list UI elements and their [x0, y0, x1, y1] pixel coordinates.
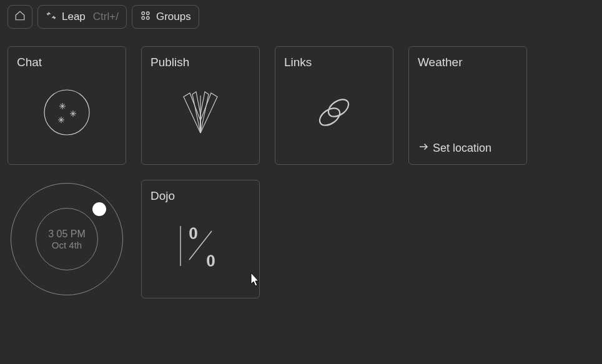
clock-inner-ring: 3 05 PM Oct 4th	[36, 208, 98, 270]
publish-tile[interactable]: Publish	[141, 46, 260, 165]
home-icon	[14, 10, 26, 24]
svg-point-2	[142, 16, 145, 19]
svg-point-4	[44, 90, 89, 135]
chat-icon	[17, 69, 117, 155]
chat-tile-title: Chat	[17, 56, 117, 69]
dojo-icon: 0 0	[150, 203, 250, 289]
toolbar: Leap Ctrl+/ Groups	[0, 0, 602, 34]
leap-label: Leap	[62, 11, 86, 23]
leap-icon	[46, 10, 57, 24]
tiles-grid: Chat Publish	[0, 34, 602, 311]
dojo-tile[interactable]: Dojo 0 0	[141, 180, 260, 298]
groups-label: Groups	[156, 11, 191, 23]
arrow-right-icon	[418, 141, 429, 155]
svg-point-3	[146, 16, 149, 19]
clock-orb	[92, 202, 106, 216]
svg-point-0	[142, 12, 145, 15]
clock-outer-ring: 3 05 PM Oct 4th	[11, 183, 123, 295]
links-tile-title: Links	[284, 56, 384, 69]
chat-tile[interactable]: Chat	[7, 46, 126, 165]
leap-shortcut-hint: Ctrl+/	[93, 11, 119, 23]
groups-button[interactable]: Groups	[132, 5, 199, 29]
publish-icon	[150, 69, 250, 155]
groups-icon	[140, 10, 151, 24]
clock-tile[interactable]: 3 05 PM Oct 4th	[7, 180, 126, 298]
home-button[interactable]	[7, 5, 32, 29]
clock-date: Oct 4th	[52, 240, 82, 250]
clock-time: 3 05 PM	[48, 229, 86, 240]
leap-button[interactable]: Leap Ctrl+/	[37, 5, 127, 29]
links-tile[interactable]: Links	[275, 46, 393, 165]
set-location-label: Set location	[433, 142, 491, 155]
weather-tile[interactable]: Weather Set location	[408, 46, 527, 165]
dojo-top-value: 0	[189, 224, 197, 242]
svg-point-18	[325, 96, 352, 121]
publish-tile-title: Publish	[150, 56, 250, 69]
set-location-button[interactable]: Set location	[418, 141, 518, 155]
links-icon	[284, 69, 384, 155]
dojo-tile-title: Dojo	[150, 189, 250, 203]
dojo-bottom-value: 0	[207, 252, 215, 270]
weather-tile-title: Weather	[418, 56, 518, 69]
svg-point-1	[146, 12, 149, 15]
